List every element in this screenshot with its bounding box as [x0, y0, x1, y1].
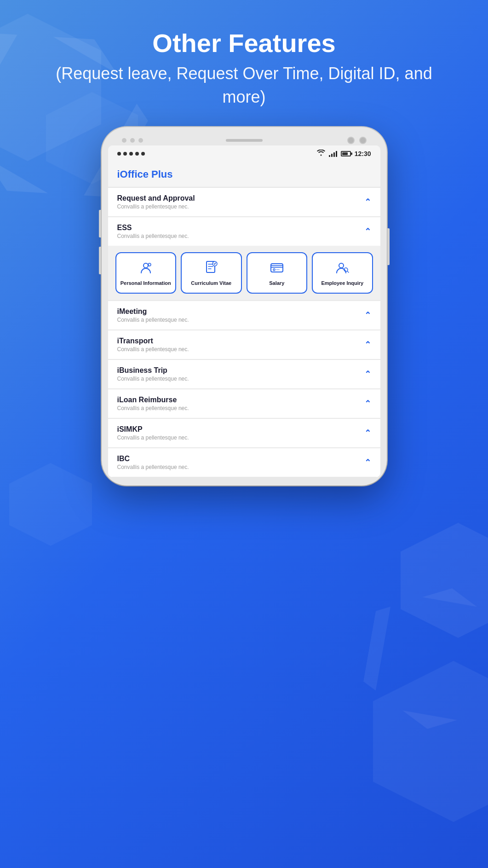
menu-item-ibc-content: IBC Convallis a pellentesque nec. [117, 455, 189, 470]
phone-screen: 12:30 iOffice Plus Request and Approval … [108, 145, 380, 477]
header-title: Other Features [37, 28, 451, 58]
ess-card-curriculum-vitae[interactable]: Curriculum Vitae [181, 252, 242, 294]
phone-mockup: 12:30 iOffice Plus Request and Approval … [102, 127, 387, 486]
phone-dot-1 [122, 138, 126, 143]
menu-item-ibusiness-trip-title: iBusiness Trip [117, 366, 189, 375]
status-bar: 12:30 [108, 145, 380, 162]
menu-item-iloan-subtitle: Convallis a pellentesque nec. [117, 405, 189, 411]
personal-information-label: Personal Information [121, 280, 171, 286]
chevron-up-iloan-icon: ⌃ [364, 399, 371, 409]
svg-point-7 [273, 269, 275, 271]
menu-item-itransport-subtitle: Convallis a pellentesque nec. [117, 346, 189, 353]
status-right-group: 12:30 [317, 150, 371, 157]
menu-item-ess[interactable]: ESS Convallis a pellentesque nec. ⌃ [108, 217, 380, 246]
menu-item-iloan[interactable]: iLoan Reimburse Convallis a pellentesque… [108, 389, 380, 418]
hex-decoration-5 [373, 661, 488, 822]
menu-item-ess-subtitle: Convallis a pellentesque nec. [117, 233, 189, 239]
phone-front-cameras [122, 138, 143, 143]
menu-item-ibc[interactable]: IBC Convallis a pellentesque nec. ⌃ [108, 448, 380, 477]
menu-item-iloan-content: iLoan Reimburse Convallis a pellentesque… [117, 396, 189, 411]
chevron-up-itransport-icon: ⌃ [364, 340, 371, 350]
menu-item-request-approval-title: Request and Approval [117, 194, 195, 203]
menu-item-isimkp-subtitle: Convallis a pellentesque nec. [117, 434, 189, 441]
status-signal-dots [117, 152, 145, 156]
menu-section-imeeting: iMeeting Convallis a pellentesque nec. ⌃ [108, 301, 380, 330]
signal-dot-2 [123, 152, 127, 156]
battery-fill [342, 152, 348, 155]
menu-section-iloan: iLoan Reimburse Convallis a pellentesque… [108, 389, 380, 418]
menu-item-request-approval-content: Request and Approval Convallis a pellent… [117, 194, 195, 210]
signal-bars-icon [329, 150, 337, 157]
employee-inquiry-icon [334, 260, 350, 276]
menu-item-ibusiness-trip-subtitle: Convallis a pellentesque nec. [117, 376, 189, 382]
menu-item-isimkp-title: iSIMKP [117, 425, 189, 434]
menu-item-itransport-title: iTransport [117, 337, 189, 345]
menu-item-isimkp[interactable]: iSIMKP Convallis a pellentesque nec. ⌃ [108, 419, 380, 447]
chevron-up-imeeting-icon: ⌃ [364, 310, 371, 320]
svg-point-0 [144, 263, 148, 268]
salary-icon [269, 260, 285, 276]
chevron-up-isimkp-icon: ⌃ [364, 428, 371, 438]
menu-section-request-approval: Request and Approval Convallis a pellent… [108, 188, 380, 217]
ess-card-employee-inquiry[interactable]: Employee Inquiry [312, 252, 373, 294]
menu-item-ess-title: ESS [117, 224, 189, 232]
battery-icon [341, 151, 351, 156]
svg-rect-8 [276, 269, 280, 270]
phone-dot-2 [130, 138, 135, 143]
menu-item-imeeting-title: iMeeting [117, 307, 189, 316]
chevron-up-ibc-icon: ⌃ [364, 457, 371, 468]
menu-item-request-approval-subtitle: Convallis a pellentesque nec. [117, 203, 195, 210]
status-time: 12:30 [355, 150, 371, 157]
signal-dot-1 [117, 152, 121, 156]
ess-cards-grid: ! Personal Information [108, 246, 380, 300]
header-subtitle: (Request leave, Request Over Time, Digit… [37, 62, 451, 109]
menu-item-imeeting-content: iMeeting Convallis a pellentesque nec. [117, 307, 189, 323]
wifi-icon [317, 150, 325, 157]
menu-section-itransport: iTransport Convallis a pellentesque nec.… [108, 330, 380, 359]
menu-item-imeeting[interactable]: iMeeting Convallis a pellentesque nec. ⌃ [108, 301, 380, 330]
ess-card-personal-information[interactable]: ! Personal Information [115, 252, 177, 294]
phone-dot-3 [138, 138, 143, 143]
menu-item-itransport[interactable]: iTransport Convallis a pellentesque nec.… [108, 330, 380, 359]
hex-decoration-4 [9, 463, 92, 546]
menu-item-ibc-subtitle: Convallis a pellentesque nec. [117, 464, 189, 470]
phone-body: 12:30 iOffice Plus Request and Approval … [102, 127, 387, 486]
employee-inquiry-label: Employee Inquiry [321, 280, 363, 286]
chevron-up-ess-icon: ⌃ [364, 226, 371, 237]
svg-point-9 [339, 263, 344, 268]
signal-dot-4 [135, 152, 139, 156]
phone-power-button [387, 228, 390, 265]
svg-rect-5 [271, 264, 283, 272]
salary-label: Salary [269, 280, 284, 286]
phone-top-controls [108, 135, 380, 145]
svg-line-11 [347, 271, 349, 272]
menu-item-iloan-title: iLoan Reimburse [117, 396, 189, 404]
phone-right-dots [347, 137, 367, 144]
phone-speaker [226, 139, 263, 142]
personal-information-icon: ! [138, 260, 154, 276]
menu-item-ess-content: ESS Convallis a pellentesque nec. [117, 224, 189, 239]
menu-item-request-approval[interactable]: Request and Approval Convallis a pellent… [108, 188, 380, 216]
menu-section-isimkp: iSIMKP Convallis a pellentesque nec. ⌃ [108, 419, 380, 448]
phone-selfie-camera [347, 137, 355, 144]
menu-item-ibc-title: IBC [117, 455, 189, 463]
menu-item-ibusiness-trip-content: iBusiness Trip Convallis a pellentesque … [117, 366, 189, 382]
menu-section-ibc: IBC Convallis a pellentesque nec. ⌃ [108, 448, 380, 477]
phone-volume-up-button [99, 210, 101, 237]
phone-volume-down-button [99, 247, 101, 274]
menu-section-ess: ESS Convallis a pellentesque nec. ⌃ [108, 217, 380, 301]
svg-rect-6 [271, 266, 283, 267]
menu-item-itransport-content: iTransport Convallis a pellentesque nec. [117, 337, 189, 353]
hex-decoration-3 [401, 523, 488, 638]
phone-sensor [359, 137, 367, 144]
menu-item-imeeting-subtitle: Convallis a pellentesque nec. [117, 317, 189, 323]
menu-section-ibusiness-trip: iBusiness Trip Convallis a pellentesque … [108, 360, 380, 389]
ess-card-salary[interactable]: Salary [247, 252, 308, 294]
page-header: Other Features (Request leave, Request O… [0, 28, 488, 109]
app-title: iOffice Plus [117, 168, 371, 180]
menu-item-isimkp-content: iSIMKP Convallis a pellentesque nec. [117, 425, 189, 441]
chevron-up-icon: ⌃ [364, 197, 371, 207]
app-header: iOffice Plus [108, 162, 380, 187]
menu-item-ibusiness-trip[interactable]: iBusiness Trip Convallis a pellentesque … [108, 360, 380, 388]
chevron-up-ibusiness-icon: ⌃ [364, 369, 371, 379]
